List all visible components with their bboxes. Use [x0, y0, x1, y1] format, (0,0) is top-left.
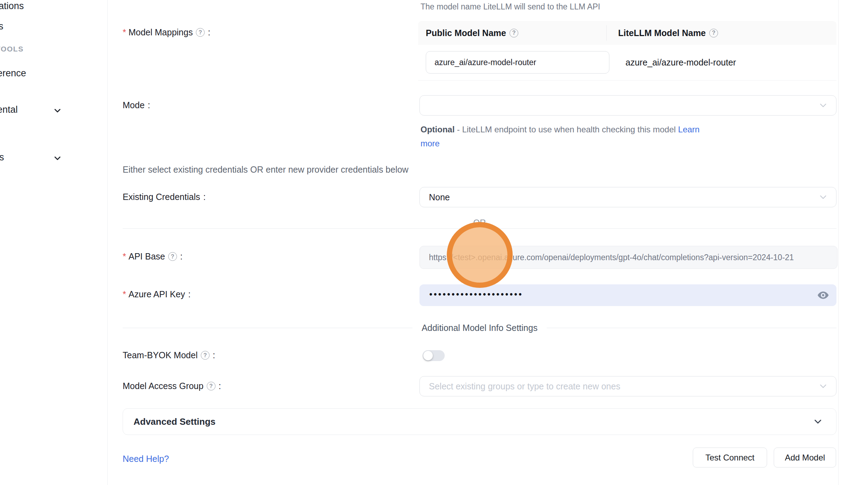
api-base-label: * API Base ? :: [123, 251, 183, 262]
help-icon[interactable]: ?: [196, 28, 205, 37]
mode-label: Mode :: [123, 100, 150, 110]
azure-api-key-input[interactable]: •••••••••••••••••••••: [419, 284, 836, 306]
model-access-group-label: Model Access Group ? :: [123, 381, 221, 391]
sidebar-section-tools: TOOLS: [0, 45, 23, 53]
model-mappings-table: Public Model Name ? LiteLLM Model Name ?…: [418, 21, 836, 81]
required-asterisk: *: [123, 251, 126, 262]
existing-credentials-select[interactable]: None: [419, 187, 836, 207]
help-icon[interactable]: ?: [207, 382, 216, 390]
column-divider: [606, 25, 607, 41]
advanced-settings-header[interactable]: Advanced Settings: [123, 408, 836, 435]
chevron-down-icon: [53, 106, 62, 116]
advanced-settings-title: Advanced Settings: [134, 416, 216, 427]
or-divider: OR: [123, 223, 836, 233]
chevron-down-icon: [818, 381, 828, 392]
panel-left-border: [107, 0, 108, 485]
sidebar-item-fragment[interactable]: s: [0, 21, 4, 32]
model-access-group-placeholder: Select existing groups or type to create…: [429, 381, 620, 392]
required-asterisk: *: [123, 289, 126, 299]
mode-select[interactable]: [419, 95, 836, 116]
team-byok-toggle[interactable]: [423, 350, 445, 361]
public-model-name-header: Public Model Name ?: [418, 28, 606, 38]
help-icon[interactable]: ?: [201, 351, 210, 360]
help-icon[interactable]: ?: [709, 29, 718, 37]
help-icon[interactable]: ?: [168, 252, 177, 261]
litellm-model-name-value: azure_ai/azure-model-router: [626, 57, 736, 68]
credentials-note: Either select existing credentials OR en…: [123, 165, 409, 175]
test-connect-button[interactable]: Test Connect: [693, 448, 767, 467]
chevron-down-icon: [53, 153, 62, 163]
azure-api-key-label: * Azure API Key :: [123, 289, 191, 299]
model-mappings-table-header: Public Model Name ? LiteLLM Model Name ?: [418, 21, 836, 45]
eye-icon[interactable]: [817, 289, 829, 302]
chevron-down-icon: [818, 192, 828, 202]
required-asterisk: *: [123, 27, 126, 37]
or-divider-label: OR: [466, 218, 493, 228]
help-icon[interactable]: ?: [510, 29, 518, 37]
mode-helper-text: Optional - LiteLLM endpoint to use when …: [421, 123, 715, 151]
sidebar-item-fragment[interactable]: ations: [0, 1, 24, 12]
sidebar-item-fragment[interactable]: s: [0, 152, 4, 163]
additional-model-info-divider: Additional Model Info Settings: [123, 323, 836, 333]
existing-credentials-label: Existing Credentials :: [123, 192, 206, 202]
team-byok-label: Team-BYOK Model ? :: [123, 350, 215, 360]
additional-model-info-label: Additional Model Info Settings: [422, 323, 538, 333]
model-access-group-select[interactable]: Select existing groups or type to create…: [419, 376, 836, 396]
chevron-down-icon: [812, 416, 823, 427]
existing-credentials-value: None: [429, 192, 450, 202]
public-model-name-input[interactable]: [426, 51, 609, 74]
model-name-helper-text: The model name LiteLLM will send to the …: [421, 2, 600, 12]
need-help-link[interactable]: Need Help?: [123, 454, 169, 464]
api-base-input[interactable]: https://<test>.openai.azure.com/openai/d…: [419, 246, 838, 269]
model-mappings-label: * Model Mappings ? :: [123, 27, 210, 37]
chevron-down-icon: [818, 100, 828, 111]
sidebar: ations s TOOLS erence ental s: [0, 0, 107, 485]
litellm-model-name-header: LiteLLM Model Name ?: [606, 28, 718, 38]
panel-right-border: [838, 0, 839, 485]
model-mapping-row: azure_ai/azure-model-router: [418, 45, 836, 80]
sidebar-item-fragment[interactable]: erence: [0, 68, 26, 79]
add-model-button[interactable]: Add Model: [774, 448, 836, 467]
masked-api-key: •••••••••••••••••••••: [429, 290, 523, 299]
sidebar-item-fragment[interactable]: ental: [0, 104, 18, 115]
